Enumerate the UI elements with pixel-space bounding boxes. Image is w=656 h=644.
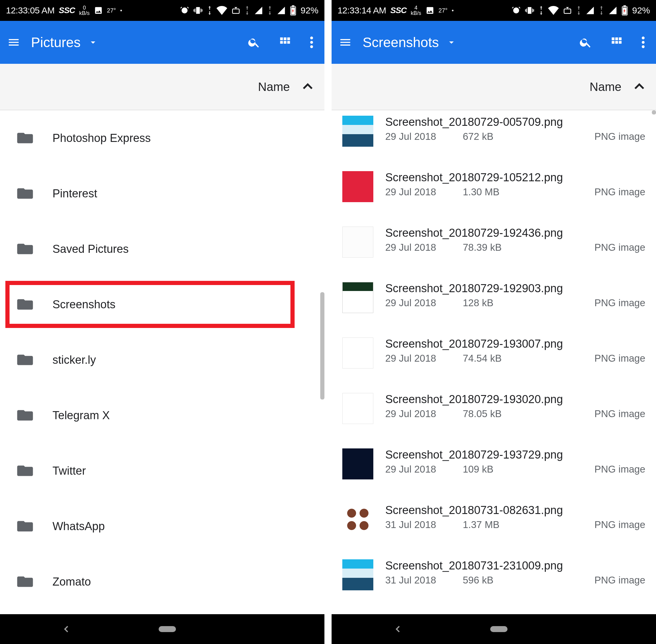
file-thumbnail bbox=[342, 171, 373, 202]
alarm-icon bbox=[180, 6, 189, 15]
more-icon[interactable] bbox=[641, 36, 645, 49]
file-type: PNG image bbox=[594, 353, 645, 364]
file-date: 29 Jul 2018 bbox=[385, 464, 463, 475]
status-time: 12:33:14 AM bbox=[338, 5, 386, 16]
svg-point-4 bbox=[310, 37, 313, 40]
file-type: PNG image bbox=[594, 297, 645, 308]
svg-point-5 bbox=[310, 41, 313, 44]
battery-icon bbox=[621, 5, 628, 16]
file-row[interactable]: Screenshot_20180731-231009.png31 Jul 201… bbox=[332, 554, 656, 610]
file-info: Screenshot_20180731-082631.png31 Jul 201… bbox=[385, 504, 656, 530]
file-row[interactable]: Screenshot_20180729-192436.png29 Jul 201… bbox=[332, 221, 656, 277]
status-right: 92% bbox=[180, 5, 318, 16]
file-info: Screenshot_20180729-005709.png29 Jul 201… bbox=[385, 116, 656, 142]
file-size: 672 kB bbox=[463, 131, 594, 142]
folder-label: sticker.ly bbox=[52, 353, 96, 366]
folder-row[interactable]: Zomato bbox=[0, 554, 324, 610]
folder-row[interactable]: Pinterest bbox=[0, 166, 324, 221]
swap-icon bbox=[539, 6, 544, 15]
scroll-thumb[interactable] bbox=[320, 292, 324, 399]
svg-rect-2 bbox=[292, 5, 295, 6]
folder-icon bbox=[17, 520, 33, 533]
status-temp: 27° bbox=[107, 7, 116, 14]
grid-icon[interactable] bbox=[610, 36, 623, 49]
status-ssc: SSC bbox=[390, 6, 407, 15]
svg-rect-7 bbox=[564, 9, 571, 14]
grid-icon[interactable] bbox=[278, 36, 292, 49]
file-row[interactable]: Screenshot_20180729-193020.png29 Jul 201… bbox=[332, 388, 656, 443]
file-type: PNG image bbox=[594, 131, 645, 142]
file-info: Screenshot_20180731-231009.png31 Jul 201… bbox=[385, 559, 656, 586]
file-name: Screenshot_20180729-193020.png bbox=[385, 393, 645, 406]
folder-row[interactable]: Saved Pictures bbox=[0, 221, 324, 277]
file-date: 29 Jul 2018 bbox=[385, 408, 463, 419]
search-icon[interactable] bbox=[579, 36, 592, 49]
signal-icon-1 bbox=[586, 6, 594, 15]
file-row[interactable]: Screenshot_20180729-105212.png29 Jul 201… bbox=[332, 166, 656, 221]
file-date: 29 Jul 2018 bbox=[385, 353, 463, 364]
status-battery: 92% bbox=[300, 5, 318, 16]
sort-row[interactable]: Name bbox=[0, 64, 324, 110]
title-dropdown[interactable]: Pictures bbox=[31, 34, 248, 50]
file-size: 1.37 MB bbox=[463, 519, 594, 530]
file-row[interactable]: Screenshot_20180729-005709.png29 Jul 201… bbox=[332, 110, 656, 166]
signal-icon-2 bbox=[608, 6, 617, 15]
file-type: PNG image bbox=[594, 575, 645, 586]
folder-row[interactable]: Screenshots bbox=[0, 277, 324, 332]
file-type: PNG image bbox=[594, 242, 645, 253]
file-info: Screenshot_20180729-193020.png29 Jul 201… bbox=[385, 393, 656, 419]
wifi-icon bbox=[548, 6, 559, 15]
file-list[interactable]: Screenshot_20180729-005709.png29 Jul 201… bbox=[332, 110, 656, 614]
file-row[interactable]: Screenshot_20180731-082631.png31 Jul 201… bbox=[332, 499, 656, 554]
home-pill[interactable] bbox=[159, 626, 176, 632]
file-size: 78.39 kB bbox=[463, 242, 594, 253]
folder-row[interactable]: Telegram X bbox=[0, 388, 324, 443]
more-icon[interactable] bbox=[310, 36, 314, 49]
volte-icon bbox=[563, 6, 572, 15]
file-name: Screenshot_20180729-193007.png bbox=[385, 338, 645, 350]
status-dot: • bbox=[120, 7, 122, 14]
file-row[interactable]: Screenshot_20180729-193729.png29 Jul 201… bbox=[332, 443, 656, 499]
status-bar: 12:33:14 AM SSC 4 kB/s 27° • 92% bbox=[332, 0, 656, 21]
file-thumbnail bbox=[342, 338, 373, 369]
folder-label: Saved Pictures bbox=[52, 243, 129, 255]
volte-icon bbox=[231, 6, 240, 15]
search-icon[interactable] bbox=[248, 36, 261, 49]
recent-placeholder bbox=[595, 626, 612, 632]
folder-list[interactable]: Photoshop ExpressPinterestSaved Pictures… bbox=[0, 110, 324, 614]
vibrate-icon bbox=[525, 6, 534, 15]
file-thumbnail bbox=[342, 116, 373, 147]
sort-row[interactable]: Name bbox=[332, 64, 656, 110]
app-bar-actions bbox=[248, 36, 314, 49]
folder-label: WhatsApp bbox=[52, 520, 105, 533]
status-temp: 27° bbox=[438, 7, 448, 14]
title-dropdown[interactable]: Screenshots bbox=[363, 34, 579, 50]
back-icon[interactable] bbox=[62, 624, 71, 634]
file-row[interactable]: Screenshot_20180729-192903.png29 Jul 201… bbox=[332, 277, 656, 332]
menu-icon[interactable] bbox=[7, 36, 20, 49]
nav-bar bbox=[0, 614, 324, 644]
folder-row[interactable]: Twitter bbox=[0, 443, 324, 499]
file-info: Screenshot_20180729-192436.png29 Jul 201… bbox=[385, 227, 656, 253]
phone-left: 12:33:05 AM SSC 0 kB/s 27° • 92% bbox=[0, 0, 324, 644]
folder-row[interactable]: Photoshop Express bbox=[0, 110, 324, 166]
file-size: 78.05 kB bbox=[463, 408, 594, 419]
image-icon bbox=[94, 6, 103, 15]
recent-placeholder bbox=[263, 626, 280, 632]
menu-icon[interactable] bbox=[339, 36, 352, 49]
folder-icon bbox=[17, 353, 33, 366]
app-title: Screenshots bbox=[363, 34, 439, 50]
folder-row[interactable]: sticker.ly bbox=[0, 332, 324, 388]
status-battery: 92% bbox=[632, 5, 650, 16]
svg-rect-9 bbox=[624, 5, 626, 6]
file-size: 128 kB bbox=[463, 297, 594, 308]
file-type: PNG image bbox=[594, 408, 645, 419]
scroll-thumb[interactable] bbox=[652, 110, 656, 114]
folder-row[interactable]: WhatsApp bbox=[0, 499, 324, 554]
image-icon bbox=[426, 6, 434, 15]
home-pill[interactable] bbox=[490, 626, 507, 632]
back-icon[interactable] bbox=[393, 624, 403, 634]
folder-icon bbox=[17, 187, 33, 200]
folder-label: Pinterest bbox=[52, 187, 97, 200]
file-row[interactable]: Screenshot_20180729-193007.png29 Jul 201… bbox=[332, 332, 656, 388]
